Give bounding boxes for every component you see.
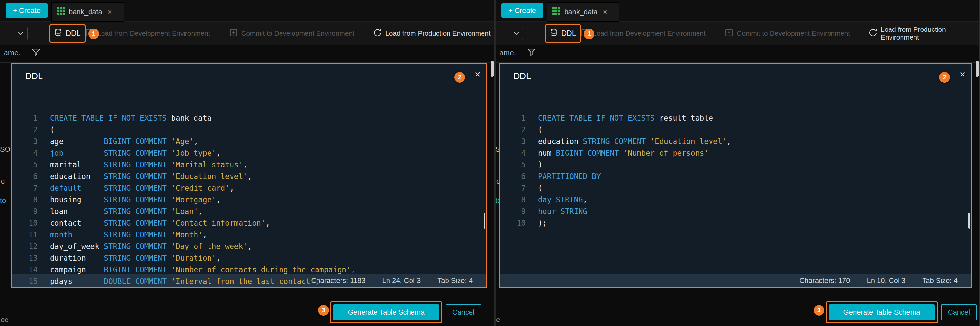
tab-bank-data[interactable]: bank_data × — [51, 2, 124, 22]
create-button[interactable]: + Create — [6, 3, 48, 18]
code-line: 10contact STRING COMMENT 'Contact inform… — [12, 217, 487, 229]
line-number: 11 — [12, 229, 50, 241]
generate-table-schema-button[interactable]: Generate Table Schema — [829, 304, 935, 321]
code-line: 9loan STRING COMMENT 'Loan', — [12, 206, 487, 217]
generate-table-schema-button[interactable]: Generate Table Schema — [333, 304, 439, 321]
ddl-button-label: DDL — [561, 29, 576, 38]
background-text-fragment: e — [496, 316, 500, 324]
load-from-production-button[interactable]: Load from Production Environment — [869, 22, 979, 45]
upload-box-icon — [724, 28, 733, 39]
line-number: 6 — [500, 171, 538, 182]
load-from-production-label: Load from Production Environment — [881, 25, 979, 41]
version-dropdown[interactable] — [0, 27, 27, 40]
line-number: 1 — [500, 112, 538, 124]
character-count: Characters: 170 — [799, 277, 850, 285]
code-line: 1CREATE TABLE IF NOT EXISTS bank_data — [12, 112, 487, 124]
code-line: 5marital STRING COMMENT 'Marital status'… — [12, 159, 487, 171]
annotation-box-ddl: DDL — [545, 24, 581, 43]
cancel-button[interactable]: Cancel — [941, 304, 977, 321]
tab-bank-data[interactable]: bank_data × — [547, 2, 619, 22]
background-text-fragment: to — [0, 196, 6, 205]
line-number: 8 — [12, 194, 50, 206]
ddl-button[interactable]: DDL — [54, 28, 80, 38]
table-icon — [57, 7, 65, 17]
chevron-down-icon — [514, 32, 519, 35]
close-tab-icon[interactable]: × — [603, 8, 608, 16]
node-toolbar: DDL 1 Load from Development Environment … — [0, 22, 494, 45]
annotation-3: 3 — [814, 305, 824, 316]
page-scrollbar-thumb[interactable] — [976, 60, 979, 77]
line-number: 15 — [12, 275, 50, 287]
upload-box-icon — [229, 28, 238, 39]
line-number: 14 — [12, 264, 50, 275]
filter-icon[interactable] — [527, 47, 536, 59]
dialog-title: DDL — [513, 71, 531, 81]
line-number: 8 — [500, 194, 538, 206]
create-button[interactable]: + Create — [501, 3, 543, 18]
code-line: 7default STRING COMMENT 'Credit card', — [12, 182, 487, 194]
field-name-label-partial: ame. — [500, 49, 516, 57]
panel-right: + Create bank_data × DDL 1 Load from Dev… — [495, 0, 980, 326]
filter-icon[interactable] — [31, 47, 41, 59]
commit-to-development-button: Commit to Development Environment — [229, 22, 355, 45]
line-number: 5 — [12, 159, 50, 171]
line-number: 3 — [500, 136, 538, 147]
line-number: 7 — [500, 182, 538, 194]
line-number: 4 — [12, 147, 50, 159]
ddl-dialog: DDL 2 × 1CREATE TABLE IF NOT EXISTS bank… — [11, 63, 487, 288]
close-dialog-icon[interactable]: × — [959, 70, 966, 79]
editor-status-bar: Characters: 170 Ln 10, Col 3 Tab Size: 4 — [500, 274, 971, 288]
line-number: 3 — [12, 136, 50, 147]
ddl-button[interactable]: DDL — [550, 28, 576, 38]
line-number: 2 — [500, 124, 538, 136]
code-line: 8housing STRING COMMENT 'Mortgage', — [12, 194, 487, 206]
code-line: 5) — [500, 159, 971, 171]
page-scrollbar-thumb[interactable] — [491, 60, 493, 77]
load-from-production-label: Load from Production Environment — [385, 30, 491, 37]
line-number: 10 — [500, 217, 538, 229]
annotation-box-ddl: DDL — [49, 24, 86, 43]
tab-size: Tab Size: 4 — [922, 277, 958, 285]
database-icon — [54, 28, 62, 38]
ddl-code-editor[interactable]: 1CREATE TABLE IF NOT EXISTS bank_data2(3… — [12, 112, 487, 287]
field-name-label-partial: ame. — [4, 49, 21, 57]
ddl-dialog: DDL 2 × 1CREATE TABLE IF NOT EXISTS resu… — [500, 63, 972, 288]
close-dialog-icon[interactable]: × — [475, 70, 480, 79]
load-from-production-button[interactable]: Load from Production Environment — [373, 22, 491, 45]
code-line: 10); — [500, 217, 971, 229]
code-line: 12day_of_week STRING COMMENT 'Day of the… — [12, 241, 487, 252]
cancel-button[interactable]: Cancel — [445, 304, 481, 321]
version-dropdown[interactable] — [495, 27, 523, 40]
load-from-development-button: Load from Development Environment — [85, 22, 210, 45]
code-line: 13duration STRING COMMENT 'Duration', — [12, 252, 487, 264]
line-number: 2 — [12, 124, 50, 136]
background-text-fragment: oe — [1, 316, 8, 324]
code-line: 4job STRING COMMENT 'Job type', — [12, 147, 487, 159]
load-from-development-button: Load from Development Environment — [581, 22, 706, 45]
tab-label: bank_data — [564, 8, 598, 16]
line-number: 9 — [500, 206, 538, 217]
line-number: 5 — [500, 159, 538, 171]
load-from-development-label: Load from Development Environment — [97, 30, 210, 37]
annotation-1: 1 — [584, 28, 594, 39]
chevron-down-icon — [18, 32, 23, 35]
editor-scrollbar-thumb[interactable] — [484, 212, 485, 229]
database-icon — [550, 28, 558, 38]
ddl-button-label: DDL — [65, 29, 80, 38]
editor-scrollbar-thumb[interactable] — [968, 212, 970, 229]
line-number: 12 — [12, 241, 50, 252]
code-line: 15pdays DOUBLE COMMENT 'Interval from th… — [12, 275, 487, 287]
annotation-3: 3 — [318, 305, 329, 316]
line-number: 9 — [12, 206, 50, 217]
code-line: 1CREATE TABLE IF NOT EXISTS result_table — [500, 112, 971, 124]
code-line: 4num BIGINT COMMENT 'Number of persons' — [500, 147, 971, 159]
close-tab-icon[interactable]: × — [107, 8, 112, 16]
code-line: 11month STRING COMMENT 'Month', — [12, 229, 487, 241]
annotation-2: 2 — [939, 72, 950, 82]
code-line: 2( — [12, 124, 487, 136]
dialog-title: DDL — [25, 71, 43, 81]
line-number: 7 — [12, 182, 50, 194]
sync-icon — [373, 28, 382, 39]
line-number: 10 — [12, 217, 50, 229]
ddl-code-editor[interactable]: 1CREATE TABLE IF NOT EXISTS result_table… — [500, 112, 971, 229]
